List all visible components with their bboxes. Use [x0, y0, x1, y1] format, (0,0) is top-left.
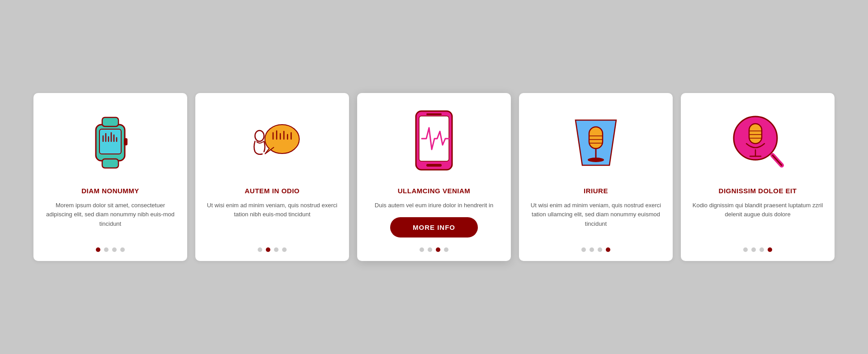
more-info-button[interactable]: MORE INFO: [390, 217, 478, 238]
card2-title: AUTEM IN ODIO: [245, 187, 300, 195]
dot-3: [436, 247, 440, 252]
dot-2: [751, 247, 756, 252]
dot-2: [266, 247, 270, 252]
svg-rect-9: [102, 159, 118, 168]
cards-container: DIAM NONUMMY Morem ipsum dolor sit amet,…: [0, 70, 868, 284]
dot-4: [282, 247, 287, 252]
card1-text: Morem ipsum dolor sit amet, consectetuer…: [44, 201, 176, 238]
card1-dots: [96, 247, 125, 252]
svg-rect-23: [589, 127, 603, 149]
card1-title: DIAM NONUMMY: [81, 187, 139, 195]
svg-point-28: [588, 158, 604, 162]
microphone-stand-icon-container: [566, 107, 625, 179]
search-mic-icon-container: [728, 107, 787, 179]
card2-dots: [258, 247, 287, 252]
card3-title: ULLAMCING VENIAM: [398, 187, 471, 195]
svg-point-11: [255, 130, 264, 141]
phone-heartrate-icon-container: [409, 107, 459, 179]
card5-dots: [743, 247, 772, 252]
svg-line-37: [773, 155, 782, 165]
card-ullamcing-veniam: ULLAMCING VENIAM Duis autem vel eum iriu…: [357, 93, 511, 261]
dot-4: [768, 247, 772, 252]
dot-3: [112, 247, 117, 252]
dot-2: [428, 247, 432, 252]
card3-dots: [420, 247, 448, 252]
phone-heartrate-icon: [409, 109, 459, 177]
svg-rect-10: [124, 138, 127, 145]
dot-1: [420, 247, 424, 252]
dot-4: [606, 247, 610, 252]
dot-1: [96, 247, 100, 252]
card3-text: Duis autem vel eum iriure dolor in hendr…: [375, 201, 493, 210]
svg-rect-8: [102, 117, 118, 126]
card-iriure: IRIURE Ut wisi enim ad minim veniam, qui…: [519, 93, 673, 261]
dot-3: [598, 247, 602, 252]
smartwatch-icon-container: [83, 107, 137, 179]
dot-2: [104, 247, 108, 252]
svg-rect-21: [426, 164, 442, 167]
voice-bubble-icon-container: [241, 107, 304, 179]
search-mic-icon: [728, 111, 787, 174]
dot-1: [743, 247, 748, 252]
card2-text: Ut wisi enim ad minim veniam, quis nostr…: [206, 201, 338, 238]
svg-rect-30: [749, 124, 762, 144]
card5-title: DIGNISSIM DOLOE EIT: [719, 187, 797, 195]
dot-4: [444, 247, 448, 252]
dot-4: [120, 247, 125, 252]
smartwatch-icon: [83, 111, 137, 174]
dot-2: [590, 247, 594, 252]
svg-rect-22: [426, 113, 442, 115]
card-autem-in-odio: AUTEM IN ODIO Ut wisi enim ad minim veni…: [195, 93, 349, 261]
card-diam-nonummy: DIAM NONUMMY Morem ipsum dolor sit amet,…: [33, 93, 187, 261]
dot-1: [258, 247, 262, 252]
card4-text: Ut wisi enim ad minim veniam, quis nostr…: [530, 201, 662, 238]
dot-3: [274, 247, 278, 252]
card5-text: Kodio dignissim qui blandit praesent lup…: [692, 201, 824, 238]
dot-1: [581, 247, 586, 252]
card-dignissim-doloe-eit: DIGNISSIM DOLOE EIT Kodio dignissim qui …: [681, 93, 835, 261]
microphone-stand-icon: [566, 111, 625, 174]
voice-bubble-icon: [241, 111, 304, 174]
card4-dots: [581, 247, 610, 252]
card4-title: IRIURE: [584, 187, 608, 195]
dot-3: [760, 247, 764, 252]
